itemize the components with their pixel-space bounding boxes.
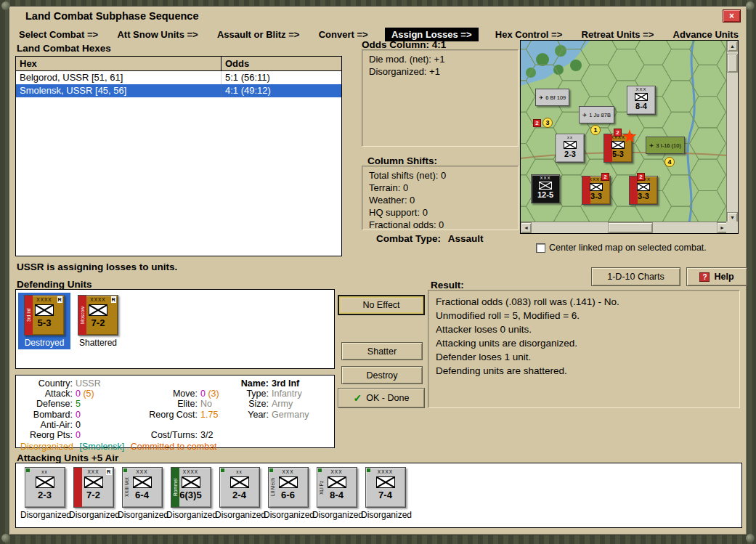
vertical-scroll-thumb[interactable] — [727, 54, 738, 73]
frame-knob — [746, 1, 755, 10]
table-row[interactable]: Smolensk, USSR [45, 56] 4:1 (49:12) — [16, 84, 341, 97]
unit-name-strip: LII Mech — [269, 468, 277, 507]
center-map-label: Center linked map on selected combat. — [549, 243, 707, 253]
attacking-unit[interactable]: XXXX 7-4 Disorganized — [361, 467, 410, 520]
country-value: USSR — [73, 378, 137, 389]
reorg-marker-icon — [367, 468, 370, 472]
defense-label: Defense: — [20, 399, 73, 409]
infantry-symbol-icon — [230, 476, 249, 488]
attacking-units-panel: xx 2-3 Disorganized R XXX — [15, 463, 742, 528]
phase-tab[interactable]: Assault or Blitz => — [215, 28, 301, 41]
plane-icon: ✈ — [539, 94, 543, 101]
result-line: Attacker loses 0 units. — [436, 322, 732, 336]
defending-unit[interactable]: 3rd Inf R XXXX 5-3 Destroyed — [18, 293, 70, 349]
unit-counter: xx 2-3 — [25, 467, 65, 508]
map-air-counter[interactable]: ✈ 1 Ju 87B — [579, 106, 614, 123]
result-line: Defender loses 1 unit. — [436, 350, 732, 364]
reorg-marker-icon — [221, 468, 224, 472]
infantry-symbol-icon — [611, 141, 625, 149]
map-unit-counter[interactable]: XXXX 5-3 — [603, 134, 633, 163]
unit-status: Disorganized — [312, 510, 361, 520]
close-button[interactable]: × — [723, 9, 741, 23]
map-unit-counter[interactable]: xx 2-3 — [556, 134, 585, 163]
unit-name-strip: Rommel — [171, 468, 179, 507]
map-vertical-scrollbar[interactable]: ▲ ▼ — [726, 41, 738, 223]
ok-done-button[interactable]: ✓ OK - Done — [338, 388, 425, 408]
map-unit-counter[interactable]: XXX 12-5 — [531, 174, 560, 203]
destroy-button[interactable]: Destroy — [341, 366, 423, 384]
frame-knob — [746, 534, 755, 543]
attacking-unit[interactable]: xx 2-3 Disorganized — [20, 467, 69, 520]
attacking-unit[interactable]: Rommel XXXX 6(3)5 Disorganized — [166, 467, 215, 520]
turn-badge: 3 — [542, 118, 553, 128]
combat-type: Combat Type: Assault — [376, 233, 484, 244]
combat-badge: 2 — [637, 173, 645, 181]
bombard-label: Bombard: — [20, 410, 73, 420]
unit-size-marking: XXX — [627, 86, 655, 92]
map-air-counter[interactable]: ✈ 3 I-16 (10) — [646, 137, 685, 154]
dialog-title: Land Combat Subphase Sequence — [25, 10, 199, 22]
phase-tab[interactable]: Att Snow Units => — [115, 28, 200, 41]
reorg-pts-label: Reorg Pts: — [20, 430, 73, 440]
status-hex: [Smolensk] — [79, 442, 124, 452]
attacking-unit[interactable]: R XXX 7-2 Disorganized — [69, 467, 118, 520]
shift-line: Terrain: 0 — [369, 182, 511, 194]
scroll-left-button[interactable]: ◄ — [521, 222, 532, 233]
assigning-text: USSR is assigning losses to units. — [17, 261, 177, 272]
phase-tab[interactable]: Advance Units — [671, 28, 741, 41]
reserve-badge: R — [106, 468, 111, 475]
table-row[interactable]: Belgorod, USSR [51, 61] 5:1 (56:11) — [16, 71, 341, 84]
horizontal-scroll-thumb[interactable] — [608, 222, 653, 233]
shatter-label: Shatter — [367, 346, 397, 357]
infantry-symbol-icon — [35, 304, 54, 316]
attacking-unit[interactable]: XXIII Mot XXX 6-4 Disorganized — [118, 467, 166, 520]
phase-tab[interactable]: Select Combat => — [17, 28, 100, 41]
infantry-symbol-icon — [328, 476, 346, 488]
air-unit-label: 6 Bf 109 — [545, 94, 566, 101]
unit-status: Destroyed — [18, 338, 70, 348]
attack-label: Attack: — [20, 389, 73, 399]
map-viewport[interactable]: XXX 8-4 xx 2-3 — [521, 41, 727, 222]
attacking-unit[interactable]: xx 2-4 Disorganized — [215, 467, 264, 520]
combat-badge: 2 — [601, 173, 609, 181]
phase-tab[interactable]: Retreat Units => — [580, 28, 657, 41]
reorg-cost-label: Reorg Cost: — [137, 410, 198, 420]
attacking-unit[interactable]: XLI Pz XXX 8-4 Disorganized — [312, 467, 361, 520]
attacking-unit[interactable]: LII Mech XXX 6-6 Disorganized — [264, 467, 312, 520]
map-horizontal-scrollbar[interactable]: ◄ ► — [521, 222, 728, 233]
status-committed: Committed to combat — [131, 442, 217, 452]
infantry-symbol-icon — [84, 476, 103, 488]
unit-size-marking: xx — [556, 134, 584, 140]
name-value: 3rd Inf — [269, 378, 330, 389]
no-effect-button[interactable]: No Effect — [338, 295, 425, 315]
result-line: Defending units are shattered. — [436, 364, 732, 378]
defending-unit[interactable]: Moscow R XXXX 7-2 Shattered — [72, 293, 124, 349]
center-map-checkbox[interactable] — [536, 243, 545, 253]
charts-button[interactable]: 1-D-10 Charts — [591, 267, 680, 286]
unit-strength: 2-3 — [25, 490, 65, 500]
unit-strength: 2-4 — [220, 490, 259, 500]
size-label: Size: — [238, 399, 269, 409]
map-air-counter[interactable]: ✈ 6 Bf 109 — [535, 89, 569, 106]
phase-tab[interactable]: Hex Control => — [493, 28, 564, 41]
unit-detail-panel: Country: USSR Name: 3rd Inf Attack: 0 (5… — [15, 375, 335, 448]
unit-name-strip — [74, 468, 82, 507]
combat-badge: 2 — [533, 119, 541, 127]
scroll-up-button[interactable]: ▲ — [727, 41, 738, 52]
shatter-button[interactable]: Shatter — [341, 342, 423, 360]
map-unit-counter[interactable]: XXX 8-4 — [627, 86, 656, 115]
plane-icon: ✈ — [649, 142, 654, 149]
odds-column-heading: Odds Column: 4:1 — [362, 39, 446, 50]
result-line: Fractional odds (.083) roll was (.141) -… — [436, 295, 732, 309]
help-button[interactable]: ? Help — [686, 267, 747, 286]
center-map-option: Center linked map on selected combat. — [536, 243, 707, 253]
unit-size-marking: xx — [220, 468, 259, 475]
unit-status: Disorganized — [215, 510, 264, 520]
move-paren: (3) — [208, 389, 219, 399]
destroy-label: Destroy — [366, 370, 397, 381]
anti-air-value: 0 — [73, 420, 137, 430]
unit-name-strip: XLI Pz — [317, 468, 325, 507]
defending-units-heading: Defending Units — [17, 279, 92, 290]
unit-counter: Rommel XXXX 6(3)5 — [171, 467, 211, 508]
scrollbar-corner — [726, 222, 738, 233]
